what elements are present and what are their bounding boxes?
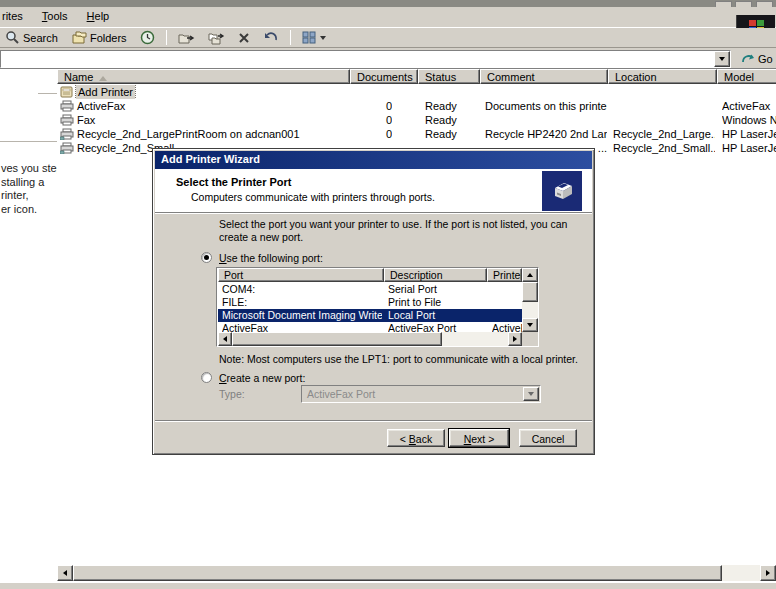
move-to-icon: [178, 31, 195, 45]
folders-icon: [71, 31, 87, 45]
dialog-titlebar[interactable]: Add Printer Wizard: [155, 151, 592, 169]
move-to-button[interactable]: [173, 28, 200, 47]
undo-button[interactable]: [258, 28, 284, 47]
dialog-title: Add Printer Wizard: [161, 153, 260, 165]
dialog-separator: [155, 420, 592, 422]
scroll-right-button[interactable]: [508, 332, 522, 346]
next-button[interactable]: Next >: [449, 429, 509, 447]
description-column-header[interactable]: Description: [384, 268, 487, 282]
model-cell: HP LaserJet 2: [722, 127, 776, 141]
model-cell: Windows NT: [722, 113, 776, 127]
port-list: Port Description Printer COM4: Serial Po…: [216, 267, 539, 347]
menu-favorites[interactable]: rites: [0, 7, 31, 24]
comment-cell: Documents on this printer ...: [485, 99, 607, 113]
list-item-label: Fax: [77, 113, 95, 127]
list-item-fax[interactable]: Fax 0 Ready Windows NT: [57, 113, 776, 127]
create-new-port-radio[interactable]: [201, 372, 212, 383]
delete-button[interactable]: [233, 28, 255, 47]
search-icon: [5, 30, 20, 45]
port-row-ms-document-imaging-writer[interactable]: Microsoft Document Imaging Writer ... Lo…: [218, 309, 522, 322]
statusbar-sliver: [0, 582, 776, 589]
list-item-recycle-large[interactable]: Recycle_2nd_LargePrintRoom on adcnan001 …: [57, 127, 776, 141]
toolbar-separator: [290, 30, 291, 45]
scrollbar-thumb[interactable]: [73, 565, 722, 581]
column-header-location[interactable]: Location: [608, 69, 717, 84]
chevron-down-icon: [320, 36, 326, 40]
scroll-left-button[interactable]: [57, 565, 73, 581]
undo-icon: [263, 31, 279, 44]
list-item-add-printer[interactable]: Add Printer: [57, 85, 776, 99]
wizard-intro-text: Select the port you want your printer to…: [219, 218, 583, 244]
scroll-right-icon: [513, 336, 517, 342]
list-item-label: Recycle_2nd_LargePrintRoom on adcnan001: [77, 127, 300, 141]
menu-tools[interactable]: Tools: [34, 7, 76, 24]
search-button[interactable]: Search: [0, 28, 63, 47]
type-label: Type:: [219, 388, 245, 400]
copy-to-icon: [208, 31, 225, 45]
history-button[interactable]: [135, 28, 160, 47]
dropdown-arrow-button[interactable]: [523, 387, 539, 401]
documents-cell: 0: [350, 99, 392, 113]
lpt1-note: Note: Most computers use the LPT1: port …: [219, 353, 578, 365]
sort-ascending-icon: [99, 76, 107, 81]
scroll-left-icon: [63, 570, 67, 576]
cancel-button[interactable]: Cancel: [519, 429, 577, 447]
add-printer-wizard-dialog: Add Printer Wizard Select the Printer Po…: [152, 148, 595, 455]
delete-icon: [238, 32, 250, 44]
use-following-port-radio[interactable]: [201, 252, 212, 263]
wizard-header: Select the Printer Port Computers commun…: [155, 169, 592, 213]
port-row-com4[interactable]: COM4: Serial Port: [218, 283, 522, 296]
port-type-dropdown[interactable]: ActiveFax Port: [301, 385, 541, 403]
scroll-right-icon: [766, 570, 770, 576]
port-column-header[interactable]: Port: [218, 268, 384, 282]
scroll-down-button[interactable]: [522, 318, 538, 332]
scroll-right-button[interactable]: [760, 565, 776, 581]
scroll-up-button[interactable]: [522, 268, 538, 282]
back-button[interactable]: < Back: [387, 429, 445, 447]
column-header-model[interactable]: Model: [717, 69, 776, 84]
info-pane: ves you step- stalling a rinter, er icon…: [0, 69, 57, 582]
list-item-activefax[interactable]: ActiveFax 0 Ready Documents on this prin…: [57, 99, 776, 113]
printer-icon: [60, 100, 74, 112]
address-input[interactable]: [3, 52, 709, 66]
column-header-status[interactable]: Status: [418, 69, 480, 84]
create-new-port-label[interactable]: Create a new port:: [219, 372, 305, 384]
scroll-up-icon: [527, 273, 533, 277]
address-dropdown-button[interactable]: [714, 51, 730, 67]
list-item-label: ActiveFax: [77, 99, 125, 113]
folders-button[interactable]: Folders: [66, 28, 132, 47]
add-printer-icon: [60, 86, 73, 98]
history-icon: [140, 30, 155, 45]
column-header-comment[interactable]: Comment: [480, 69, 608, 84]
menu-bar: rites Tools Help: [0, 7, 776, 28]
port-row-file[interactable]: FILE: Print to File: [218, 296, 522, 309]
scrollbar-corner: [522, 332, 538, 346]
copy-to-button[interactable]: [203, 28, 230, 47]
views-button[interactable]: [297, 28, 331, 47]
scroll-left-button[interactable]: [218, 332, 232, 346]
scroll-left-icon: [223, 336, 227, 342]
use-following-port-label[interactable]: Use the following port:: [219, 252, 323, 264]
go-button[interactable]: Go: [737, 50, 776, 67]
scroll-down-icon: [527, 323, 533, 327]
address-bar: Go: [0, 48, 776, 69]
horizontal-scrollbar[interactable]: [57, 565, 776, 581]
toolbar-separator: [166, 30, 167, 45]
printer-column-header[interactable]: Printer: [487, 268, 522, 282]
column-header-name[interactable]: Name: [57, 69, 350, 84]
location-cell: Recycle_2nd_Small...: [613, 141, 715, 155]
network-printer-icon: [60, 142, 74, 154]
scrollbar-thumb[interactable]: [232, 332, 442, 346]
printer-icon: [60, 114, 74, 126]
scrollbar-thumb[interactable]: [522, 282, 538, 302]
chevron-down-icon: [528, 392, 534, 396]
location-cell: [613, 113, 715, 127]
documents-cell: 0: [350, 113, 392, 127]
port-type-value: ActiveFax Port: [307, 388, 375, 400]
menu-help[interactable]: Help: [79, 7, 118, 24]
column-header-documents[interactable]: Documents: [350, 69, 418, 84]
network-printer-icon: [60, 128, 74, 140]
go-arrow-icon: [741, 52, 755, 65]
titlebar-sliver: [0, 0, 776, 7]
wizard-subheading: Computers communicate with printers thro…: [191, 191, 435, 203]
